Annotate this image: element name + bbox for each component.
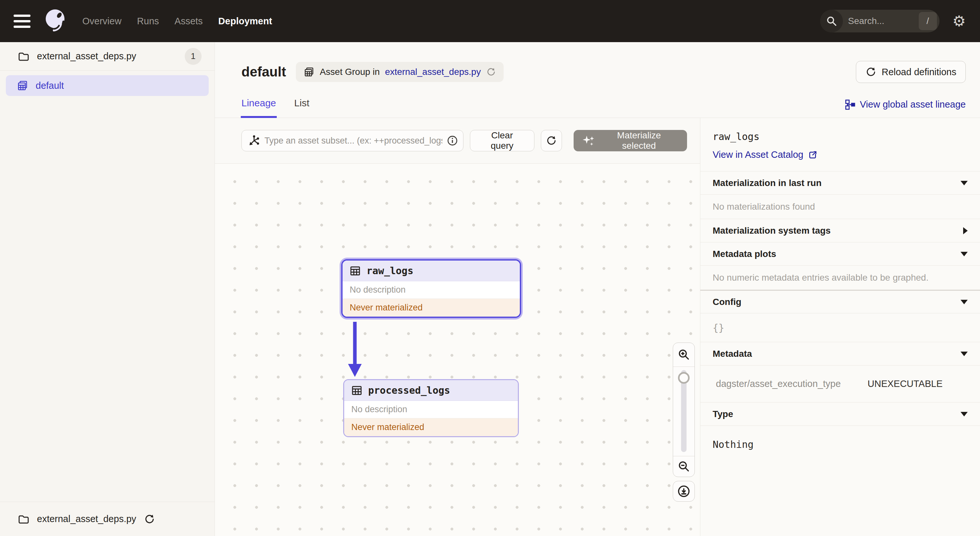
asset-group-tag-prefix: Asset Group in [320, 67, 380, 77]
chevron-right-icon [963, 227, 968, 234]
section-materialization-in-last-run[interactable]: Materialization in last run [700, 171, 980, 194]
type-value: Nothing [700, 426, 980, 468]
nav-item-overview[interactable]: Overview [82, 16, 121, 27]
folder-icon [18, 513, 29, 525]
nav-items: Overview Runs Assets Deployment [82, 16, 272, 27]
asset-group-icon [17, 80, 29, 91]
search-input[interactable] [848, 16, 919, 26]
asset-status-badge: Never materialized [342, 299, 520, 317]
clear-query-label: Clear query [479, 130, 525, 151]
section-type[interactable]: Type [700, 402, 980, 426]
tab-lineage[interactable]: Lineage [242, 97, 276, 118]
asset-node-processed-logs[interactable]: processed_logs No description Never mate… [343, 379, 519, 437]
search-shortcut-badge: / [919, 12, 937, 30]
folder-icon [18, 51, 29, 62]
download-graph-button[interactable] [673, 481, 695, 502]
sparkle-icon [583, 135, 595, 147]
lineage-graph-icon [845, 100, 855, 110]
search-box[interactable]: / [820, 10, 940, 32]
zoom-slider-knob[interactable] [678, 372, 690, 384]
asset-description: No description [342, 281, 520, 299]
zoom-in-button[interactable] [673, 343, 695, 367]
table-icon [350, 266, 361, 277]
reload-location-icon[interactable] [144, 514, 155, 525]
section-label: Materialization system tags [713, 226, 830, 236]
settings-gear-icon[interactable]: ⚙ [953, 14, 966, 29]
materialize-selected-label: Materialize selected [600, 130, 678, 151]
section-label: Metadata [713, 349, 752, 359]
view-in-asset-catalog-link[interactable]: View in Asset Catalog [713, 150, 818, 160]
asset-node-raw-logs[interactable]: raw_logs No description Never materializ… [341, 259, 521, 318]
lineage-toolbar: Clear query [215, 118, 700, 164]
footer-code-location-label: external_asset_deps.py [37, 514, 136, 524]
nav-item-runs[interactable]: Runs [137, 16, 159, 27]
table-icon [351, 385, 362, 396]
asset-group-tag-link[interactable]: external_asset_deps.py [385, 67, 481, 77]
clear-query-button[interactable]: Clear query [470, 130, 535, 151]
group-label: default [36, 80, 64, 91]
tabs-bar: Lineage List View global asset lineage [215, 87, 980, 118]
reload-definitions-label: Reload definitions [881, 67, 956, 78]
top-nav: Overview Runs Assets Deployment / ⚙ [0, 0, 980, 42]
section-metadata[interactable]: Metadata [700, 342, 980, 365]
config-value: {} [700, 313, 980, 342]
chevron-down-icon [961, 252, 968, 256]
chevron-down-icon [961, 352, 968, 356]
asset-group-count-badge: 1 [185, 48, 202, 65]
asset-description: No description [344, 401, 518, 418]
asset-detail-panel: raw_logs View in Asset Catalog [700, 118, 980, 536]
sidebar-footer-code-location: external_asset_deps.py [0, 502, 215, 536]
refresh-graph-button[interactable] [541, 130, 562, 151]
page-header: default Asset Group in external_asset_de… [215, 42, 980, 87]
code-location-sidebar: external_asset_deps.py 1 default [0, 42, 215, 536]
zoom-controls [673, 342, 695, 502]
asset-group-icon [304, 67, 315, 78]
asset-subset-input[interactable] [264, 136, 442, 146]
nav-item-deployment[interactable]: Deployment [218, 16, 272, 27]
reload-definitions-button[interactable]: Reload definitions [856, 61, 966, 83]
zoom-slider[interactable] [673, 367, 695, 456]
view-in-asset-catalog-label: View in Asset Catalog [713, 150, 803, 160]
reload-location-icon[interactable] [486, 67, 496, 77]
asset-name: raw_logs [366, 265, 414, 277]
section-label: Materialization in last run [713, 178, 821, 188]
dagster-logo-icon[interactable] [42, 8, 68, 35]
section-config[interactable]: Config [700, 290, 980, 313]
op-selector-icon [248, 135, 260, 146]
search-icon [820, 10, 843, 32]
metadata-plots-empty-text: No numeric metadata entries available to… [700, 266, 980, 290]
metadata-key: dagster/asset_execution_type [716, 379, 867, 389]
external-link-icon [808, 150, 818, 160]
tab-list[interactable]: List [294, 97, 310, 118]
asset-subset-query-box[interactable] [242, 130, 463, 151]
asset-name: processed_logs [368, 385, 450, 396]
section-metadata-plots[interactable]: Metadata plots [700, 242, 980, 266]
view-global-asset-lineage-label: View global asset lineage [860, 99, 966, 110]
nav-item-assets[interactable]: Assets [175, 16, 203, 27]
section-materialization-system-tags[interactable]: Materialization system tags [700, 219, 980, 242]
panel-asset-title: raw_logs [713, 131, 968, 142]
sidebar-item-code-location[interactable]: external_asset_deps.py 1 [0, 42, 215, 71]
metadata-value: UNEXECUTABLE [867, 379, 943, 389]
section-label: Type [713, 409, 733, 419]
view-global-asset-lineage-link[interactable]: View global asset lineage [845, 99, 966, 118]
menu-icon[interactable] [14, 14, 30, 28]
chevron-down-icon [961, 412, 968, 417]
asset-status-badge: Never materialized [344, 418, 518, 436]
code-location-label: external_asset_deps.py [37, 51, 136, 62]
sidebar-item-group-default[interactable]: default [6, 75, 209, 96]
materialize-selected-button[interactable]: Materialize selected [574, 130, 687, 151]
metadata-entry-row: dagster/asset_execution_type UNEXECUTABL… [700, 366, 980, 402]
refresh-icon [865, 67, 876, 78]
last-run-empty-text: No materializations found [700, 195, 980, 219]
chevron-down-icon [961, 181, 968, 185]
chevron-down-icon [961, 300, 968, 304]
asset-group-tag: Asset Group in external_asset_deps.py [296, 62, 504, 82]
lineage-graph-canvas[interactable]: raw_logs No description Never materializ… [215, 164, 700, 536]
section-label: Config [713, 297, 741, 307]
section-label: Metadata plots [713, 249, 776, 259]
info-icon[interactable] [447, 135, 458, 146]
edge-arrow-raw-to-processed [347, 321, 363, 379]
zoom-out-button[interactable] [673, 456, 695, 477]
page-title: default [242, 64, 286, 80]
